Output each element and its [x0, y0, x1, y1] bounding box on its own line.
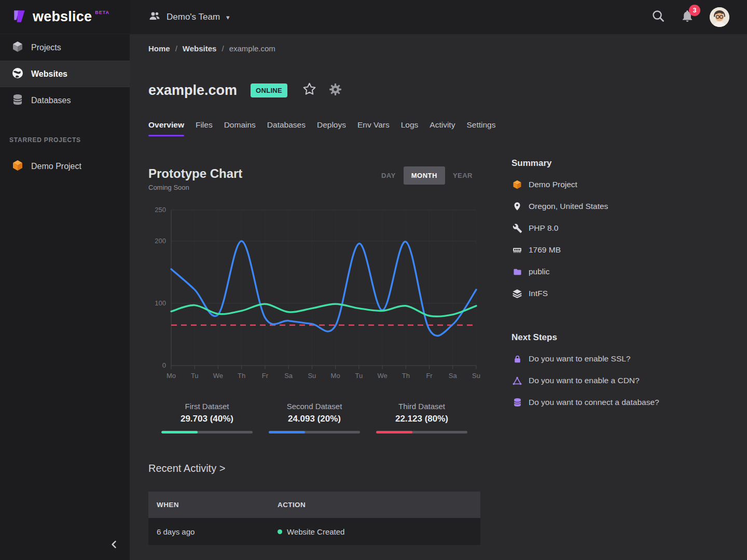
summary-heading: Summary	[511, 158, 740, 169]
svg-text:Fr: Fr	[426, 372, 433, 380]
range-month-button[interactable]: MONTH	[404, 166, 445, 185]
svg-text:Mo: Mo	[331, 372, 340, 380]
column-header-when: WHEN	[148, 501, 269, 509]
dataset-value: 24.093 (20%)	[269, 414, 360, 424]
chart-subtitle: Coming Soon	[148, 184, 242, 191]
range-year-button[interactable]: YEAR	[445, 166, 480, 185]
next-step-cdn[interactable]: Do you want to enable a CDN?	[511, 375, 740, 386]
sidebar-item-label: Websites	[31, 69, 67, 79]
svg-text:Th: Th	[402, 372, 410, 380]
dataset-stat: Second Dataset 24.093 (20%)	[269, 402, 360, 433]
globe-icon	[11, 67, 24, 81]
folder-icon	[511, 268, 523, 276]
column-header-action: ACTION	[269, 501, 480, 509]
breadcrumb: Home / Websites / example.com	[148, 44, 747, 53]
notification-badge: 3	[689, 5, 700, 16]
next-step-ssl[interactable]: Do you want to enable SSL?	[511, 353, 740, 365]
topbar: Demo's Team ▾ 3	[130, 0, 747, 34]
next-step-label: Do you want to enable SSL?	[529, 354, 630, 363]
team-name: Demo's Team	[167, 12, 220, 22]
chevron-left-icon	[109, 539, 119, 552]
next-step-database[interactable]: Do you want to connect a database?	[511, 397, 740, 408]
breadcrumb-home[interactable]: Home	[148, 44, 170, 53]
search-button[interactable]	[652, 9, 665, 25]
page-header: example.com ONLINE	[148, 82, 747, 99]
dataset-name: Second Dataset	[269, 402, 360, 411]
svg-text:250: 250	[155, 206, 166, 214]
settings-gear-button[interactable]	[328, 82, 342, 99]
dataset-value: 22.123 (80%)	[376, 414, 467, 424]
svg-text:0: 0	[162, 361, 166, 369]
next-steps-heading: Next Steps	[511, 332, 740, 343]
tab-deploys[interactable]: Deploys	[317, 120, 346, 135]
svg-text:100: 100	[155, 299, 166, 307]
svg-text:Tu: Tu	[355, 372, 363, 380]
brand-name: webslice	[33, 9, 92, 25]
summary-item-memory: 1769 MB	[511, 244, 740, 256]
svg-text:Fr: Fr	[262, 372, 269, 380]
status-badge: ONLINE	[251, 83, 287, 97]
summary-item-label: Oregon, United States	[529, 202, 608, 211]
notifications-button[interactable]: 3	[681, 9, 694, 25]
sidebar-item-demo-project[interactable]: Demo Project	[0, 153, 130, 179]
svg-text:Mo: Mo	[167, 372, 176, 380]
next-step-label: Do you want to enable a CDN?	[529, 376, 640, 385]
activity-when: 6 days ago	[148, 527, 269, 536]
breadcrumb-websites[interactable]: Websites	[183, 44, 217, 53]
range-toggle: DAY MONTH YEAR	[374, 166, 480, 185]
sidebar-collapse-button[interactable]	[107, 538, 121, 553]
tab-overview[interactable]: Overview	[148, 120, 184, 135]
summary-panel: Summary Demo Project	[511, 135, 740, 299]
tab-files[interactable]: Files	[196, 120, 213, 135]
prototype-chart: MoTuWeThFrSaSuMoTuWeThFrSaSu0100200250	[148, 206, 480, 381]
starred-project-label: Demo Project	[31, 162, 81, 171]
dataset-progress-bar	[376, 431, 467, 433]
brand-logo[interactable]: webslice BETA	[0, 0, 130, 34]
svg-text:Sa: Sa	[449, 372, 458, 380]
svg-text:Sa: Sa	[284, 372, 293, 380]
sidebar-item-projects[interactable]: Projects	[0, 34, 130, 61]
recent-activity-link[interactable]: Recent Activity >	[148, 463, 480, 474]
svg-text:Th: Th	[238, 372, 245, 380]
next-step-label: Do you want to connect a database?	[529, 398, 659, 407]
tab-env-vars[interactable]: Env Vars	[357, 120, 390, 135]
team-selector[interactable]: Demo's Team ▾	[148, 11, 230, 24]
summary-item-webroot: public	[511, 266, 740, 277]
sidebar-item-databases[interactable]: Databases	[0, 87, 130, 114]
orange-cube-icon	[511, 179, 523, 190]
summary-item-label: 1769 MB	[529, 245, 561, 255]
svg-text:Su: Su	[308, 372, 316, 380]
cdn-triangle-icon	[511, 376, 523, 386]
tab-domains[interactable]: Domains	[224, 120, 256, 135]
orange-cube-icon	[11, 159, 24, 174]
summary-item-php: PHP 8.0	[511, 222, 740, 234]
user-avatar[interactable]	[710, 7, 729, 27]
svg-text:We: We	[213, 372, 223, 380]
chart-section: Prototype Chart Coming Soon DAY MONTH YE…	[148, 135, 480, 545]
dataset-progress-bar	[161, 431, 253, 433]
tab-databases[interactable]: Databases	[267, 120, 306, 135]
svg-text:Tu: Tu	[191, 372, 199, 380]
svg-text:We: We	[377, 372, 387, 380]
sidebar: webslice BETA Projects Websites	[0, 0, 130, 560]
dataset-name: First Dataset	[161, 402, 253, 411]
summary-item-region: Oregon, United States	[511, 201, 740, 212]
team-icon	[148, 11, 161, 24]
favorite-star-button[interactable]	[302, 82, 317, 99]
range-day-button[interactable]: DAY	[374, 166, 404, 185]
svg-text:200: 200	[155, 237, 166, 245]
summary-item-filesystem: IntFS	[511, 288, 740, 299]
sidebar-item-websites[interactable]: Websites	[0, 61, 130, 87]
activity-action: Website Created	[287, 527, 344, 536]
chart-title: Prototype Chart	[148, 166, 242, 181]
dataset-name: Third Dataset	[376, 402, 467, 411]
tab-activity[interactable]: Activity	[430, 120, 455, 135]
tab-settings[interactable]: Settings	[466, 120, 495, 135]
location-pin-icon	[511, 201, 523, 212]
webslice-logo-icon	[11, 9, 28, 25]
status-dot-icon	[278, 529, 282, 534]
starred-projects-heading: STARRED PROJECTS	[9, 136, 130, 144]
tab-logs[interactable]: Logs	[401, 120, 419, 135]
dataset-stats: First Dataset 29.703 (40%) Second Datase…	[148, 402, 480, 433]
svg-text:Su: Su	[472, 372, 480, 380]
